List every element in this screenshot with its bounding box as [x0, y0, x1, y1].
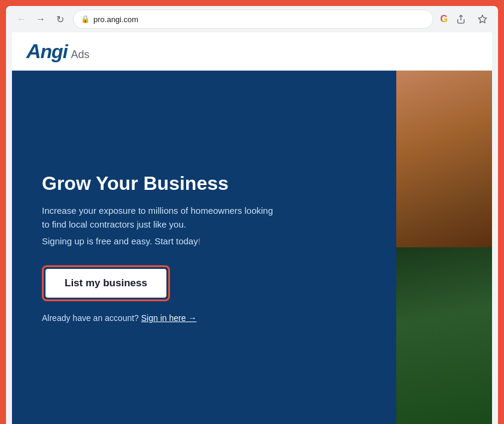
sign-in-link[interactable]: Sign in here → [141, 313, 197, 323]
url-text: pro.angi.com [93, 15, 138, 24]
hero-subtext: Signing up is free and easy. Start today… [42, 236, 366, 246]
browser-toolbar: ← → ↻ 🔒 pro.angi.com G [6, 6, 498, 32]
main-content: Grow Your Business Increase your exposur… [12, 71, 492, 424]
sign-in-plain-text: Already have an account? [42, 313, 139, 323]
back-button[interactable]: ← [13, 11, 30, 28]
angi-logo: Angi Ads [26, 40, 90, 63]
google-icon: G [441, 14, 448, 25]
hero-subtext-plain: Signing up is free and easy. Start today [42, 236, 198, 246]
side-image [396, 71, 492, 424]
ads-label: Ads [71, 49, 90, 61]
browser-actions: G [441, 11, 491, 28]
hero-subtext-highlight: ! [198, 236, 201, 246]
svg-marker-1 [478, 15, 486, 23]
cta-button-wrapper: List my business [42, 265, 170, 301]
address-bar[interactable]: 🔒 pro.angi.com [73, 10, 433, 29]
hero-section: Grow Your Business Increase your exposur… [12, 71, 396, 424]
reload-button[interactable]: ↻ [51, 11, 68, 28]
forward-button[interactable]: → [32, 11, 49, 28]
site-header: Angi Ads [12, 32, 492, 71]
share-button[interactable] [453, 11, 469, 28]
bookmark-button[interactable] [474, 11, 491, 28]
browser-frame: ← → ↻ 🔒 pro.angi.com G [6, 6, 498, 424]
website-container: Angi Ads Grow Your Business Increase you… [12, 32, 492, 424]
sign-in-text: Already have an account? Sign in here → [42, 313, 366, 323]
list-my-business-button[interactable]: List my business [45, 269, 166, 298]
hero-title: Grow Your Business [42, 172, 366, 195]
nav-buttons: ← → ↻ [13, 11, 68, 28]
angi-wordmark: Angi [26, 40, 68, 63]
lock-icon: 🔒 [81, 15, 90, 23]
hero-description: Increase your exposure to millions of ho… [42, 204, 281, 231]
